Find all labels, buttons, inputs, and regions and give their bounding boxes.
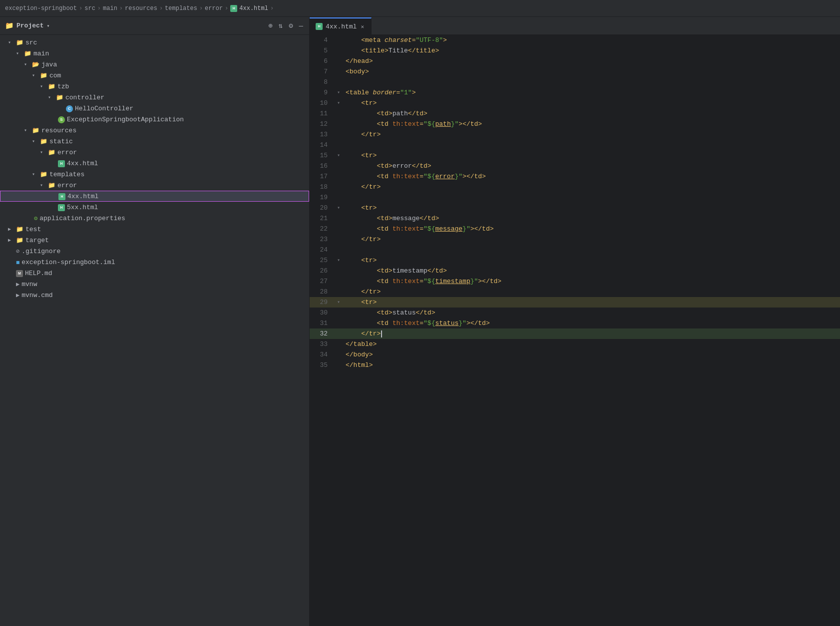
line-content: <td>timestamp</td> xyxy=(344,266,840,276)
tree-item-resources[interactable]: ▾ 📁 resources xyxy=(0,125,309,136)
sep2: › xyxy=(97,5,101,12)
line-gutter: ▾ xyxy=(334,255,344,266)
line-number: 16 xyxy=(310,161,334,171)
fold-icon[interactable]: ▾ xyxy=(337,98,340,108)
tree-item-src[interactable]: ▾ 📁 src xyxy=(0,37,309,48)
code-line: 20 ▾ <tr> xyxy=(310,203,840,213)
collapse-all-icon[interactable]: ⇅ xyxy=(278,20,284,31)
tree-label: com xyxy=(49,72,61,79)
breadcrumb-project[interactable]: exception-springboot xyxy=(5,5,77,12)
tree-item-helpmd[interactable]: M HELP.md xyxy=(0,268,309,279)
tree-item-exception-app[interactable]: S ExceptionSpringbootApplication xyxy=(0,114,309,125)
tree-item-main[interactable]: ▾ 📁 main xyxy=(0,48,309,59)
tree-label: controller xyxy=(65,94,104,101)
tree-arrow: ▾ xyxy=(48,94,56,100)
line-number: 26 xyxy=(310,266,334,276)
tree-item-target[interactable]: ▶ 📁 target xyxy=(0,235,309,246)
line-number: 27 xyxy=(310,276,334,287)
line-number: 4 xyxy=(310,35,334,45)
breadcrumb-file[interactable]: 4xx.html xyxy=(239,5,268,12)
tree-label: error xyxy=(57,182,77,189)
tree-item-templates[interactable]: ▾ 📁 templates xyxy=(0,169,309,180)
line-number: 13 xyxy=(310,129,334,140)
tree-label: HelloController xyxy=(75,105,133,112)
code-line: 35 </html> xyxy=(310,360,840,370)
tree-arrow: ▾ xyxy=(40,149,48,155)
tab-4xx[interactable]: H 4xx.html ✕ xyxy=(310,17,372,34)
tree-item-appprops[interactable]: ⚙ application.properties xyxy=(0,213,309,224)
tree-item-test[interactable]: ▶ 📁 test xyxy=(0,224,309,235)
tree-arrow: ▾ xyxy=(24,127,32,133)
settings-icon[interactable]: ⚙ xyxy=(288,20,294,31)
tree-item-java[interactable]: ▾ 📂 java xyxy=(0,59,309,70)
fold-icon[interactable]: ▾ xyxy=(337,297,340,308)
tree-item-tzb[interactable]: ▾ 📁 tzb xyxy=(0,81,309,92)
code-line: 7 <body> xyxy=(310,66,840,77)
tree-label: application.properties xyxy=(39,215,125,222)
code-line: 26 <td>timestamp</td> xyxy=(310,266,840,276)
tree-item-mvnw[interactable]: ▶ mvnw xyxy=(0,279,309,290)
fold-icon[interactable]: ▾ xyxy=(337,255,340,266)
tree-item-error-static[interactable]: ▾ 📁 error xyxy=(0,147,309,158)
line-number: 17 xyxy=(310,171,334,182)
folder-icon: 📁 xyxy=(40,72,47,79)
breadcrumb-error[interactable]: error xyxy=(205,5,223,12)
sep7: › xyxy=(270,5,274,12)
breadcrumb-templates[interactable]: templates xyxy=(165,5,197,12)
code-line: 21 <td>message</td> xyxy=(310,213,840,224)
fold-icon[interactable]: ▾ xyxy=(337,150,340,161)
line-number: 5 xyxy=(310,45,334,56)
breadcrumb-resources[interactable]: resources xyxy=(125,5,157,12)
line-gutter: ▾ xyxy=(334,150,344,161)
line-number: 9 xyxy=(310,87,334,98)
fold-icon[interactable]: ▾ xyxy=(337,87,340,98)
tree-label: HELP.md xyxy=(25,270,52,277)
folder-icon: 📁 xyxy=(32,127,39,134)
tree-label: main xyxy=(33,50,49,57)
line-content: <td th:text="${status}"></td> xyxy=(344,318,840,328)
tree-item-hellocontroller[interactable]: C HelloController xyxy=(0,103,309,114)
java-icon: C xyxy=(66,105,73,112)
line-content: <tr> xyxy=(344,297,840,308)
tree-item-5xx[interactable]: H 5xx.html xyxy=(0,202,309,213)
tree-item-static[interactable]: ▾ 📁 static xyxy=(0,136,309,147)
line-content: <meta charset="UTF-8"> xyxy=(344,35,840,45)
tree-item-gitignore[interactable]: ⊘ .gitignore xyxy=(0,246,309,257)
breadcrumb-src[interactable]: src xyxy=(84,5,95,12)
line-number: 22 xyxy=(310,224,334,234)
code-line: 16 <td>error</td> xyxy=(310,161,840,171)
tree-item-error-templates[interactable]: ▾ 📁 error xyxy=(0,180,309,191)
code-line: 30 <td>status</td> xyxy=(310,308,840,318)
folder-icon: 📁 xyxy=(16,226,23,233)
tree-item-controller[interactable]: ▾ 📁 controller xyxy=(0,92,309,103)
line-number: 34 xyxy=(310,349,334,360)
tree-arrow: ▾ xyxy=(40,182,48,188)
line-gutter: ▾ xyxy=(334,203,344,213)
code-line: 11 <td>path</td> xyxy=(310,108,840,119)
sidebar-actions: ⊕ ⇅ ⚙ — xyxy=(267,20,304,31)
fold-icon[interactable]: ▾ xyxy=(337,203,340,213)
folder-target-icon: 📁 xyxy=(16,237,23,244)
tree-item-4xx-static[interactable]: H 4xx.html xyxy=(0,158,309,169)
mvnwcmd-icon: ▶ xyxy=(16,292,19,299)
code-editor[interactable]: 4 <meta charset="UTF-8"> 5 <title>Title<… xyxy=(310,35,840,626)
line-number: 12 xyxy=(310,119,334,129)
tree-arrow: ▾ xyxy=(16,50,24,56)
minimize-icon[interactable]: — xyxy=(298,21,304,31)
tree-item-mvnwcmd[interactable]: ▶ mvnw.cmd xyxy=(0,290,309,301)
code-line-current: 32 </tr> xyxy=(310,328,840,339)
tree-label: java xyxy=(41,61,57,68)
tab-close-button[interactable]: ✕ xyxy=(360,23,365,30)
locate-file-icon[interactable]: ⊕ xyxy=(267,20,273,31)
breadcrumb-main[interactable]: main xyxy=(103,5,117,12)
tree-item-iml[interactable]: ◼ exception-springboot.iml xyxy=(0,257,309,268)
folder-icon: 📁 xyxy=(48,149,55,156)
project-chevron[interactable]: ▾ xyxy=(47,23,50,29)
tree-arrow: ▾ xyxy=(32,171,40,177)
tree-arrow: ▶ xyxy=(8,237,16,243)
tree-item-4xx-templates[interactable]: H 4xx.html xyxy=(0,191,309,202)
code-line: 18 </tr> xyxy=(310,182,840,192)
line-content: </head> xyxy=(344,56,840,66)
line-number: 35 xyxy=(310,360,334,370)
tree-item-com[interactable]: ▾ 📁 com xyxy=(0,70,309,81)
